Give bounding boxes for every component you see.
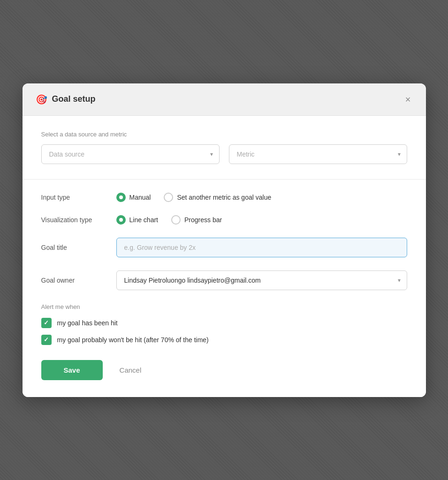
visualization-type-label: Visualization type xyxy=(41,216,116,224)
goal-owner-select[interactable]: Lindsay Pietroluongo lindsaypietro@gmail… xyxy=(116,270,407,290)
goal-owner-select-wrapper: Lindsay Pietroluongo lindsaypietro@gmail… xyxy=(116,270,407,290)
modal-overlay: 🎯 Goal setup × Select a data source and … xyxy=(0,0,448,480)
modal-title: Goal setup xyxy=(52,94,96,104)
input-type-metric-label: Set another metric as goal value xyxy=(177,194,271,201)
input-type-manual-radio[interactable] xyxy=(116,193,126,202)
goal-owner-row: Goal owner Lindsay Pietroluongo lindsayp… xyxy=(41,270,407,290)
divider-1 xyxy=(23,179,426,180)
vis-progress-bar-radio[interactable] xyxy=(171,215,181,225)
goal-owner-label: Goal owner xyxy=(41,277,116,284)
alert-goal-hit-checkbox[interactable]: ✓ xyxy=(41,318,52,328)
alert-section: Alert me when ✓ my goal has been hit ✓ m… xyxy=(41,303,407,345)
alert-goal-miss-checkbox[interactable]: ✓ xyxy=(41,335,52,345)
input-type-row: Input type Manual Set another metric as … xyxy=(41,193,407,202)
alert-goal-hit-checkbox-row[interactable]: ✓ my goal has been hit xyxy=(41,318,407,328)
goal-title-row: Goal title xyxy=(41,238,407,257)
vis-progress-bar-label: Progress bar xyxy=(184,216,222,224)
close-button[interactable]: × xyxy=(403,93,413,106)
vis-line-chart-label: Line chart xyxy=(129,216,158,224)
input-type-manual-label: Manual xyxy=(129,194,151,201)
input-type-metric-option[interactable]: Set another metric as goal value xyxy=(164,193,271,202)
footer-buttons: Save Cancel xyxy=(41,360,407,380)
visualization-type-radio-group: Line chart Progress bar xyxy=(116,215,222,225)
input-type-manual-option[interactable]: Manual xyxy=(116,193,151,202)
modal-header: 🎯 Goal setup × xyxy=(23,83,426,116)
data-source-section-label: Select a data source and metric xyxy=(41,131,407,138)
cancel-button[interactable]: Cancel xyxy=(110,360,151,380)
alert-section-label: Alert me when xyxy=(41,303,407,310)
metric-dropdown-wrapper: Metric ▾ xyxy=(229,144,407,164)
goal-setup-modal: 🎯 Goal setup × Select a data source and … xyxy=(23,83,426,397)
save-button[interactable]: Save xyxy=(41,360,103,380)
metric-select[interactable]: Metric xyxy=(229,144,407,164)
alert-goal-hit-label: my goal has been hit xyxy=(57,319,118,327)
checkmark-1: ✓ xyxy=(44,319,49,326)
input-type-radio-group: Manual Set another metric as goal value xyxy=(116,193,272,202)
checkmark-2: ✓ xyxy=(44,336,49,343)
modal-header-left: 🎯 Goal setup xyxy=(36,94,96,105)
visualization-type-row: Visualization type Line chart Progress b… xyxy=(41,215,407,225)
vis-line-chart-radio[interactable] xyxy=(116,215,126,225)
vis-progress-bar-option[interactable]: Progress bar xyxy=(171,215,222,225)
goal-title-input[interactable] xyxy=(116,238,407,257)
goal-icon: 🎯 xyxy=(36,94,47,105)
vis-line-chart-option[interactable]: Line chart xyxy=(116,215,158,225)
data-source-dropdown-wrapper: Data source ▾ xyxy=(41,144,220,164)
alert-goal-miss-label: my goal probably won't be hit (after 70%… xyxy=(57,336,209,344)
alert-goal-miss-checkbox-row[interactable]: ✓ my goal probably won't be hit (after 7… xyxy=(41,335,407,345)
dropdowns-row: Data source ▾ Metric ▾ xyxy=(41,144,407,164)
input-type-metric-radio[interactable] xyxy=(164,193,173,202)
input-type-label: Input type xyxy=(41,194,116,201)
modal-body: Select a data source and metric Data sou… xyxy=(23,116,426,397)
data-source-select[interactable]: Data source xyxy=(41,144,220,164)
goal-title-label: Goal title xyxy=(41,244,116,251)
